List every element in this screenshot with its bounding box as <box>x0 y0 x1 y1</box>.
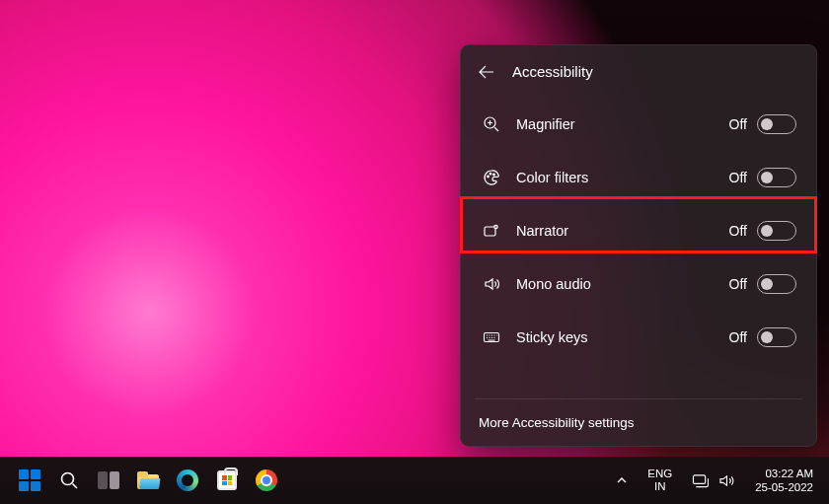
flyout-header: Accessibility <box>475 63 802 94</box>
chrome-button[interactable] <box>247 461 286 500</box>
svg-point-7 <box>62 473 74 485</box>
tray-network-volume[interactable] <box>684 473 743 488</box>
item-state: Off <box>729 276 747 292</box>
language-bottom: IN <box>647 480 672 493</box>
item-label: Mono audio <box>516 276 729 292</box>
language-top: ENG <box>647 468 672 480</box>
svg-rect-4 <box>485 227 495 236</box>
clock[interactable]: 03:22 AM 25-05-2022 <box>749 467 819 495</box>
magnifier-icon <box>483 115 500 133</box>
palette-icon <box>483 169 500 186</box>
svg-point-3 <box>493 174 495 176</box>
sticky-keys-toggle[interactable] <box>757 327 796 347</box>
language-indicator[interactable]: ENG IN <box>641 468 678 493</box>
tray-overflow-button[interactable] <box>608 461 636 500</box>
volume-icon <box>718 473 735 488</box>
edge-icon <box>177 469 198 491</box>
mono-audio-toggle[interactable] <box>757 274 796 294</box>
accessibility-flyout: Accessibility Magnifier Off Color filter… <box>460 44 817 447</box>
taskbar-pinned-apps <box>10 461 286 500</box>
task-view-icon <box>98 471 119 489</box>
microsoft-store-button[interactable] <box>207 461 247 500</box>
edge-button[interactable] <box>168 461 207 500</box>
item-label: Magnifier <box>516 116 729 132</box>
item-narrator[interactable]: Narrator Off <box>475 204 802 257</box>
system-tray: ENG IN 03:22 AM 25-05-2022 <box>608 461 819 500</box>
item-magnifier[interactable]: Magnifier Off <box>475 98 802 151</box>
magnifier-toggle[interactable] <box>757 114 796 134</box>
accessibility-list: Magnifier Off Color filters Off <box>475 94 802 364</box>
chrome-icon <box>256 469 277 491</box>
item-state: Off <box>729 170 747 185</box>
color-filters-toggle[interactable] <box>757 168 796 187</box>
keyboard-icon <box>483 328 500 346</box>
more-accessibility-settings-link[interactable]: More Accessibility settings <box>475 398 802 446</box>
clock-time: 03:22 AM <box>755 467 813 480</box>
search-icon <box>59 470 79 490</box>
taskbar: ENG IN 03:22 AM 25-05-2022 <box>0 457 829 504</box>
store-icon <box>217 470 237 490</box>
flyout-title: Accessibility <box>512 63 593 80</box>
svg-rect-8 <box>694 474 706 482</box>
narrator-toggle[interactable] <box>757 221 796 241</box>
start-button[interactable] <box>10 461 49 500</box>
windows-logo-icon <box>19 469 40 491</box>
item-color-filters[interactable]: Color filters Off <box>475 151 802 204</box>
file-explorer-icon <box>137 471 159 489</box>
clock-date: 25-05-2022 <box>755 480 813 494</box>
item-label: Narrator <box>516 223 729 239</box>
item-state: Off <box>729 116 747 132</box>
chevron-up-icon <box>616 474 628 486</box>
item-state: Off <box>729 329 747 345</box>
item-mono-audio[interactable]: Mono audio Off <box>475 257 802 311</box>
search-button[interactable] <box>49 461 89 500</box>
svg-point-1 <box>488 176 490 178</box>
svg-point-2 <box>490 173 491 175</box>
item-label: Sticky keys <box>516 329 729 345</box>
task-view-button[interactable] <box>89 461 128 500</box>
speaker-waves-icon <box>483 275 500 293</box>
narrator-icon <box>483 222 500 240</box>
item-state: Off <box>729 223 747 239</box>
file-explorer-button[interactable] <box>128 461 168 500</box>
back-arrow-icon[interactable] <box>479 64 494 80</box>
item-label: Color filters <box>516 170 729 185</box>
item-sticky-keys[interactable]: Sticky keys Off <box>475 311 802 364</box>
network-icon <box>692 473 709 488</box>
